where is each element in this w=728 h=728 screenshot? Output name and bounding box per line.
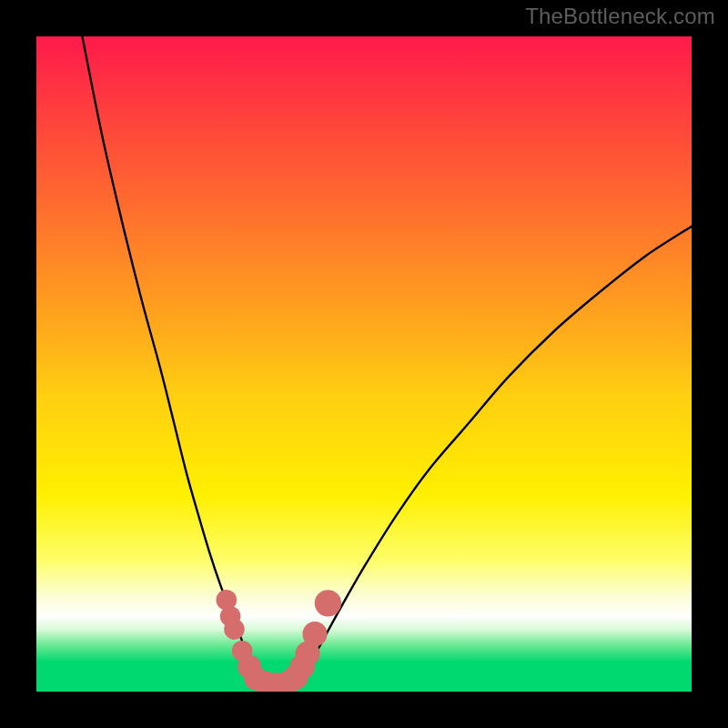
plot-area — [36, 36, 692, 692]
watermark-text: TheBottleneck.com — [525, 4, 715, 29]
chart-svg — [36, 36, 692, 692]
marker-point — [224, 619, 245, 640]
marker-point — [315, 590, 341, 616]
chart-frame: TheBottleneck.com — [0, 0, 728, 728]
marker-point — [302, 622, 327, 646]
gradient-background — [36, 36, 692, 692]
